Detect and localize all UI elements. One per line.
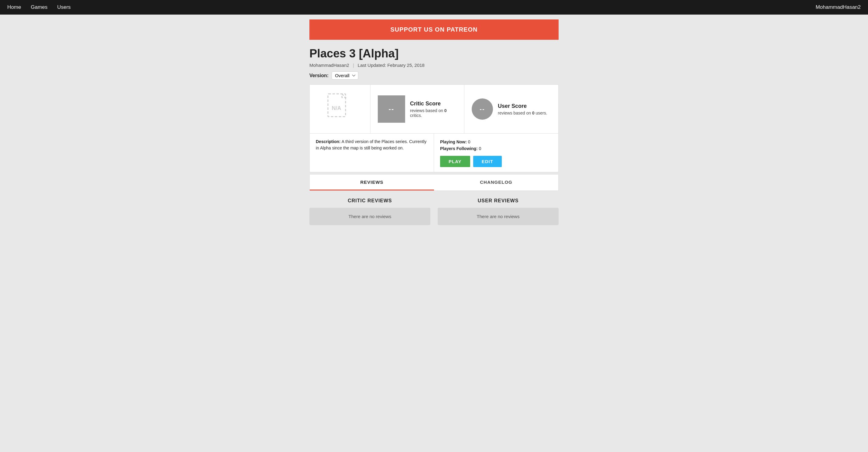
game-title: Places 3 [Alpha] — [309, 47, 559, 60]
critic-reviews-title: CRITIC REVIEWS — [309, 198, 430, 203]
svg-text:N/A: N/A — [332, 105, 341, 111]
nav-games[interactable]: Games — [31, 4, 48, 10]
description-cell: Description: A third version of the Plac… — [310, 134, 434, 172]
tabs-row: REVIEWS CHANGELOG — [309, 175, 559, 191]
critic-score-desc: reviews based on 0 critics. — [410, 108, 457, 118]
user-reviews-title: USER REVIEWS — [438, 198, 559, 203]
tab-reviews[interactable]: REVIEWS — [310, 175, 434, 190]
game-author: MohammadHasan2 — [309, 63, 349, 68]
players-following-value: 0 — [479, 146, 482, 151]
critic-reviews-col: CRITIC REVIEWS There are no reviews — [309, 198, 430, 225]
playing-now: Playing Now: 0 — [440, 138, 552, 145]
players-following: Players Following: 0 — [440, 145, 552, 152]
version-row: Version: Overall — [309, 71, 559, 79]
play-button[interactable]: PLAY — [440, 156, 470, 167]
details-row: Description: A third version of the Plac… — [309, 134, 559, 172]
game-last-updated: Last Updated: February 25, 2018 — [358, 63, 425, 68]
patreon-banner[interactable]: SUPPORT US ON PATREON — [309, 20, 559, 40]
meta-divider: | — [353, 63, 354, 68]
user-score-desc: reviews based on 0 users. — [498, 110, 547, 116]
description-label: Description: — [316, 139, 341, 144]
user-reviews-col: USER REVIEWS There are no reviews — [438, 198, 559, 225]
playing-now-label: Playing Now: — [440, 139, 467, 144]
game-cover: N/A — [310, 85, 370, 133]
action-buttons: PLAY EDIT — [440, 156, 552, 167]
playing-now-value: 0 — [468, 139, 470, 144]
user-score-title: User Score — [498, 103, 547, 109]
critic-score-value: -- — [389, 105, 395, 113]
reviews-section: CRITIC REVIEWS There are no reviews USER… — [309, 198, 559, 225]
critic-score-box: -- — [378, 95, 405, 123]
version-select[interactable]: Overall — [332, 71, 358, 79]
navbar: Home Games Users MohammadHasan2 — [0, 0, 868, 14]
critic-score-title: Critic Score — [410, 101, 457, 107]
nav-home[interactable]: Home — [7, 4, 21, 10]
user-score-value: -- — [479, 106, 485, 113]
user-score-card: -- User Score reviews based on 0 users. — [464, 85, 558, 133]
user-no-reviews: There are no reviews — [438, 208, 559, 225]
tab-changelog[interactable]: CHANGELOG — [434, 175, 558, 190]
critic-score-info: Critic Score reviews based on 0 critics. — [410, 101, 457, 118]
nav-left: Home Games Users — [7, 4, 816, 10]
critic-no-reviews: There are no reviews — [309, 208, 430, 225]
stats-cell: Playing Now: 0 Players Following: 0 PLAY… — [434, 134, 558, 172]
edit-button[interactable]: EDIT — [473, 156, 502, 167]
user-score-circle: -- — [472, 98, 493, 120]
nav-username: MohammadHasan2 — [816, 4, 861, 10]
version-label: Version: — [309, 73, 329, 78]
user-score-info: User Score reviews based on 0 users. — [498, 103, 547, 116]
game-meta: MohammadHasan2 | Last Updated: February … — [309, 63, 559, 68]
na-icon: N/A — [325, 92, 355, 126]
banner-text: SUPPORT US ON PATREON — [391, 26, 478, 33]
game-info-cards: N/A -- Critic Score reviews based on 0 c… — [309, 85, 559, 134]
critic-score-card: -- Critic Score reviews based on 0 criti… — [370, 85, 464, 133]
players-following-label: Players Following: — [440, 146, 478, 151]
nav-users[interactable]: Users — [57, 4, 70, 10]
